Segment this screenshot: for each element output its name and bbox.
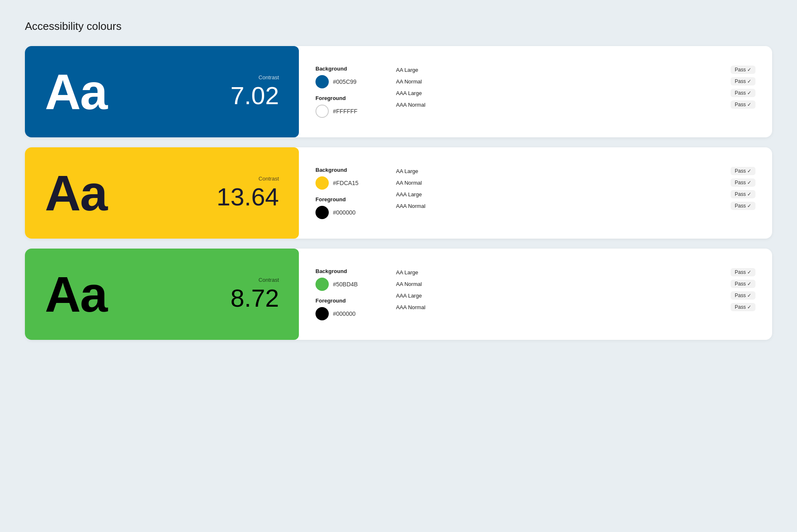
foreground-hex: #FFFFFF [333,108,357,115]
colour-preview-blue: AaContrast7.02 [25,46,299,137]
foreground-swatch [315,307,329,320]
background-section: Background#005C99 [315,66,386,88]
rating-badge: Pass ✓ [731,178,755,187]
rating-label: AAA Large [396,293,429,299]
foreground-swatch [315,105,329,118]
rating-badge: Pass ✓ [731,291,755,300]
contrast-value: 8.72 [230,285,279,312]
colour-preview-green: AaContrast8.72 [25,249,299,340]
rating-label: AAA Normal [396,304,429,310]
foreground-label: Foreground [315,95,386,101]
rating-row: AA LargePass ✓ [396,66,755,74]
contrast-label: Contrast [230,74,279,81]
rating-badge: Pass ✓ [731,167,755,175]
rating-badge: Pass ✓ [731,66,755,74]
rating-row: AA NormalPass ✓ [396,77,755,85]
rating-row: AA NormalPass ✓ [396,178,755,187]
ratings-col: AA LargePass ✓AA NormalPass ✓AAA LargePa… [396,167,755,210]
rating-row: AA NormalPass ✓ [396,280,755,288]
foreground-hex: #000000 [333,209,356,216]
contrast-value: 13.64 [217,183,279,211]
background-section: Background#FDCA15 [315,167,386,190]
rating-badge: Pass ✓ [731,100,755,109]
colour-card-green: AaContrast8.72Background#50BD4BForegroun… [25,249,772,340]
foreground-hex: #000000 [333,310,356,317]
rating-row: AAA NormalPass ✓ [396,100,755,109]
preview-sample-text: Aa [45,168,107,218]
rating-badge: Pass ✓ [731,268,755,276]
rating-row: AAA NormalPass ✓ [396,303,755,311]
rating-row: AA LargePass ✓ [396,268,755,276]
colour-card-yellow: AaContrast13.64Background#FDCA15Foregrou… [25,147,772,239]
foreground-section: Foreground#FFFFFF [315,95,386,118]
contrast-area: Contrast7.02 [230,74,279,110]
rating-badge: Pass ✓ [731,303,755,311]
rating-label: AA Large [396,168,429,174]
rating-row: AAA LargePass ✓ [396,89,755,97]
rating-row: AAA LargePass ✓ [396,190,755,198]
colour-info-green: Background#50BD4BForeground#000000AA Lar… [299,249,772,340]
colour-card-blue: AaContrast7.02Background#005C99Foregroun… [25,46,772,137]
rating-label: AAA Normal [396,203,429,209]
foreground-section: Foreground#000000 [315,298,386,320]
rating-label: AA Normal [396,78,429,85]
contrast-label: Contrast [230,277,279,283]
background-swatch [315,278,329,291]
rating-row: AAA NormalPass ✓ [396,202,755,210]
foreground-section: Foreground#000000 [315,196,386,219]
foreground-label: Foreground [315,298,386,304]
preview-sample-text: Aa [45,269,107,319]
rating-label: AA Normal [396,180,429,186]
rating-badge: Pass ✓ [731,77,755,85]
ratings-col: AA LargePass ✓AA NormalPass ✓AAA LargePa… [396,268,755,311]
rating-badge: Pass ✓ [731,89,755,97]
ratings-col: AA LargePass ✓AA NormalPass ✓AAA LargePa… [396,66,755,109]
background-label: Background [315,167,386,173]
rating-label: AA Large [396,269,429,276]
colour-info-yellow: Background#FDCA15Foreground#000000AA Lar… [299,147,772,239]
contrast-label: Contrast [217,176,279,182]
rating-badge: Pass ✓ [731,202,755,210]
background-section: Background#50BD4B [315,268,386,291]
contrast-area: Contrast13.64 [217,176,279,211]
background-hex: #50BD4B [333,281,358,288]
rating-label: AAA Large [396,90,429,96]
rating-label: AA Large [396,67,429,73]
contrast-area: Contrast8.72 [230,277,279,312]
page-title: Accessibility colours [25,20,772,33]
foreground-swatch [315,206,329,219]
background-swatch [315,75,329,88]
background-label: Background [315,268,386,274]
background-swatch [315,176,329,190]
rating-row: AA LargePass ✓ [396,167,755,175]
rating-label: AAA Normal [396,102,429,108]
rating-row: AAA LargePass ✓ [396,291,755,300]
background-hex: #005C99 [333,78,357,85]
rating-label: AAA Large [396,191,429,198]
foreground-label: Foreground [315,196,386,203]
colour-preview-yellow: AaContrast13.64 [25,147,299,239]
rating-label: AA Normal [396,281,429,287]
rating-badge: Pass ✓ [731,280,755,288]
preview-sample-text: Aa [45,67,107,117]
background-hex: #FDCA15 [333,180,358,186]
background-label: Background [315,66,386,72]
contrast-value: 7.02 [230,82,279,110]
colour-info-blue: Background#005C99Foreground#FFFFFFAA Lar… [299,46,772,137]
rating-badge: Pass ✓ [731,190,755,198]
